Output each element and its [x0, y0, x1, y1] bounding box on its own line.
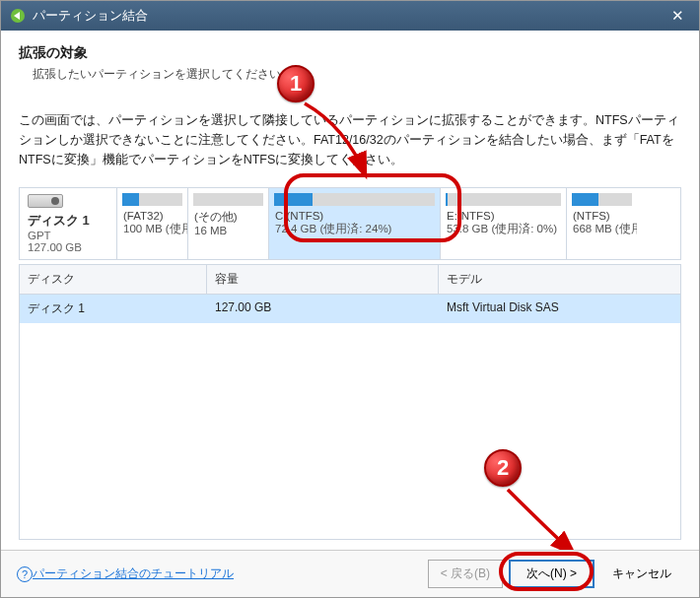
partition-sub: 53.8 GB (使用済: 0%) [441, 222, 566, 236]
partition-label: C:(NTFS) [269, 210, 440, 222]
table-row[interactable]: ディスク 1127.00 GBMsft Virtual Disk SAS [20, 295, 680, 323]
partition-sub: 16 MB [188, 225, 268, 236]
callout-2: 2 [484, 449, 522, 487]
col-header-model[interactable]: モデル [439, 265, 680, 294]
close-icon[interactable]: ✕ [664, 1, 691, 31]
dialog-window: パーティション結合 ✕ 拡張の対象 拡張したいパーティションを選択してください。… [0, 0, 700, 598]
usage-bar [274, 193, 435, 206]
partition-sub: 100 MB (使用 [117, 222, 187, 236]
disk-partition-row: ディスク 1 GPT 127.00 GB (FAT32)100 MB (使用(そ… [19, 187, 681, 260]
cell-disk: ディスク 1 [20, 295, 207, 323]
back-button[interactable]: < 戻る(B) [428, 560, 503, 588]
partition-block[interactable]: (その他)16 MB [187, 188, 268, 259]
disk-name: ディスク 1 [28, 212, 90, 230]
content-area: 拡張の対象 拡張したいパーティションを選択してください。 この画面では、パーティ… [1, 31, 699, 550]
disk-info: ディスク 1 GPT 127.00 GB [20, 188, 116, 259]
usage-bar [193, 193, 263, 206]
app-icon [9, 7, 27, 25]
cell-model: Msft Virtual Disk SAS [439, 295, 680, 323]
partition-sub: 72.4 GB (使用済: 24%) [269, 222, 440, 236]
partition-label: (その他) [188, 210, 268, 225]
partition-label: E:(NTFS) [441, 210, 566, 222]
usage-bar [572, 193, 632, 206]
disk-scheme: GPT [28, 230, 51, 241]
partition-label: (NTFS) [567, 210, 637, 222]
footer: ? パーティション結合のチュートリアル < 戻る(B) 次へ(N) > キャンセ… [1, 550, 699, 597]
tutorial-link[interactable]: パーティション結合のチュートリアル [33, 565, 234, 582]
disk-capacity: 127.00 GB [28, 241, 82, 253]
disk-table: ディスク 容量 モデル ディスク 1127.00 GBMsft Virtual … [19, 264, 681, 540]
callout-1: 1 [277, 65, 315, 102]
next-button[interactable]: 次へ(N) > [509, 560, 595, 588]
description-text: この画面では、パーティションを選択して隣接しているパーティションに拡張することが… [19, 110, 681, 169]
partition-block[interactable]: C:(NTFS)72.4 GB (使用済: 24%) [268, 188, 440, 259]
help-icon: ? [17, 566, 33, 582]
table-head: ディスク 容量 モデル [20, 265, 680, 295]
col-header-capacity[interactable]: 容量 [207, 265, 439, 294]
disk-icon [28, 194, 63, 208]
partition-block[interactable]: (FAT32)100 MB (使用 [116, 188, 187, 259]
section-heading: 拡張の対象 [19, 44, 681, 62]
partition-block[interactable]: (NTFS)668 MB (使用 [566, 188, 637, 259]
window-title: パーティション結合 [33, 7, 148, 25]
cancel-button[interactable]: キャンセル [600, 561, 683, 587]
partition-label: (FAT32) [117, 210, 187, 222]
usage-bar [122, 193, 182, 206]
col-header-disk[interactable]: ディスク [20, 265, 207, 294]
usage-bar [446, 193, 561, 206]
titlebar: パーティション結合 ✕ [1, 1, 699, 31]
cell-capacity: 127.00 GB [207, 295, 439, 323]
section-subtext: 拡張したいパーティションを選択してください。 [33, 66, 681, 83]
table-body: ディスク 1127.00 GBMsft Virtual Disk SAS [20, 295, 680, 539]
partition-sub: 668 MB (使用 [567, 222, 637, 236]
partition-block[interactable]: E:(NTFS)53.8 GB (使用済: 0%) [440, 188, 566, 259]
